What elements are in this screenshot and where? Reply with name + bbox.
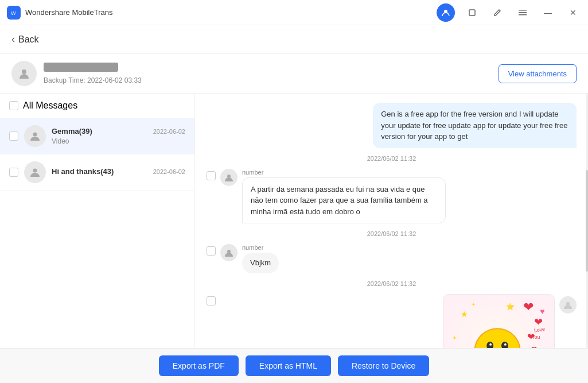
export-pdf-button[interactable]: Export as PDF	[159, 355, 239, 376]
messages-area: Gen is a free app for the free version a…	[195, 94, 588, 348]
conv-preview-gemma: Video	[52, 137, 185, 145]
conversation-item-hi-thanks[interactable]: Hi and thanks(43) 2022-06-02	[0, 154, 194, 191]
profile-backup-time: Backup Time: 2022-06-02 03:33	[44, 76, 499, 84]
sticker-image: ❤ ❤ ❤ ♥ ❤ I Love You ★	[443, 294, 555, 349]
all-messages-checkbox[interactable]	[9, 101, 18, 110]
restore-device-button[interactable]: Restore to Device	[338, 355, 429, 376]
msg-checkbox-image[interactable]	[207, 296, 216, 305]
msg-checkbox-incoming-2[interactable]	[207, 246, 216, 256]
view-attachments-button[interactable]: View attachments	[499, 64, 577, 83]
scrollbar-thumb[interactable]	[586, 170, 588, 272]
conv-info-gemma: Gemma(39) 2022-06-02 Video	[52, 127, 185, 145]
svg-point-29	[489, 343, 492, 345]
account-button[interactable]	[437, 3, 455, 22]
app-icon: W	[7, 6, 21, 20]
msg-bubble-incoming-1: A partir da semana passada eu fui na sua…	[242, 177, 446, 224]
body-layout: All Messages Gemma(39) 2022-06-02 Video	[0, 94, 588, 348]
msg-avatar-incoming-1	[220, 169, 237, 186]
right-panel: Gen is a free app for the free version a…	[195, 94, 588, 348]
conv-name-gemma: Gemma(39)	[52, 127, 92, 136]
message-row-image: ❤ ❤ ❤ ♥ ❤ I Love You ★	[207, 294, 577, 349]
msg-avatar-image	[559, 296, 577, 314]
edit-button[interactable]	[489, 5, 505, 21]
left-panel: All Messages Gemma(39) 2022-06-02 Video	[0, 94, 195, 348]
svg-point-9	[33, 169, 37, 173]
msg-checkbox-incoming-1[interactable]	[207, 171, 216, 180]
svg-text:✦: ✦	[452, 334, 457, 341]
conversation-list: Gemma(39) 2022-06-02 Video Hi and than	[0, 118, 194, 348]
message-row-incoming-2: number Vbjkm	[207, 244, 577, 273]
message-row-incoming-1: number A partir da semana passada eu fui…	[207, 169, 577, 224]
message-row-outgoing-1: Gen is a free app for the free version a…	[207, 103, 577, 148]
close-button[interactable]: ✕	[565, 5, 581, 21]
profile-section: Backup Time: 2022-06-02 03:33 View attac…	[0, 54, 588, 94]
scrollbar[interactable]	[586, 94, 588, 348]
msg-bubble-outgoing-1: Gen is a free app for the free version a…	[373, 103, 577, 148]
all-messages-label: All Messages	[23, 100, 77, 111]
msg-sender-incoming-2: number	[242, 244, 279, 251]
message-timestamp-2: 2022/06/02 11:32	[207, 230, 577, 237]
msg-content-outgoing-1: Gen is a free app for the free version a…	[373, 103, 577, 148]
profile-avatar	[11, 61, 37, 86]
msg-content-incoming-1: number A partir da semana passada eu fui…	[242, 169, 446, 224]
footer-bar: Export as PDF Export as HTML Restore to …	[0, 348, 588, 383]
back-arrow-icon: ‹	[11, 33, 15, 45]
title-bar: W Wondershare MobileTrans — ✕	[0, 0, 588, 25]
conv-avatar-gemma	[24, 125, 46, 147]
conv-name-row-gemma: Gemma(39) 2022-06-02	[52, 127, 185, 136]
message-timestamp-1: 2022/06/02 11:32	[207, 155, 577, 162]
svg-text:❤: ❤	[523, 300, 534, 314]
export-html-button[interactable]: Export as HTML	[246, 355, 331, 376]
msg-sender-incoming-1: number	[242, 169, 446, 176]
svg-text:W: W	[11, 10, 16, 16]
svg-text:♥: ♥	[512, 346, 519, 348]
conv-avatar-hi-thanks	[24, 161, 46, 183]
conv-checkbox-hi-thanks[interactable]	[9, 168, 18, 177]
window-button[interactable]	[464, 5, 480, 21]
conv-name-hi-thanks: Hi and thanks(43)	[52, 167, 114, 176]
profile-name	[44, 63, 118, 72]
all-messages-row: All Messages	[0, 94, 194, 118]
main-content: ‹ Back Backup Time: 2022-06-02 03:33 Vie…	[0, 25, 588, 383]
menu-button[interactable]	[515, 5, 531, 21]
svg-text:♥: ♥	[540, 307, 544, 316]
svg-point-30	[504, 343, 507, 345]
svg-rect-6	[519, 14, 527, 16]
svg-rect-3	[469, 10, 475, 16]
svg-text:★: ★	[461, 310, 468, 319]
msg-avatar-incoming-2	[220, 244, 237, 261]
svg-text:I: I	[539, 318, 540, 324]
svg-text:❤: ❤	[531, 345, 537, 348]
header-bar: ‹ Back	[0, 25, 588, 54]
conv-checkbox-gemma[interactable]	[9, 131, 18, 141]
conv-date-hi-thanks: 2022-06-02	[153, 168, 185, 175]
svg-rect-5	[519, 12, 527, 13]
msg-bubble-incoming-2: Vbjkm	[242, 253, 279, 273]
minimize-button[interactable]: —	[540, 5, 556, 21]
back-button[interactable]: ‹ Back	[11, 33, 39, 45]
svg-rect-4	[519, 10, 527, 11]
app-title: Wondershare MobileTrans	[25, 8, 437, 17]
svg-text:You: You	[531, 334, 540, 339]
svg-point-8	[33, 133, 37, 137]
title-controls: — ✕	[437, 3, 581, 22]
svg-text:⭐: ⭐	[506, 302, 515, 310]
svg-text:✦: ✦	[472, 301, 476, 307]
svg-point-7	[22, 69, 26, 74]
back-label: Back	[18, 34, 39, 45]
message-timestamp-3: 2022/06/02 11:32	[207, 280, 577, 287]
conversation-item-gemma[interactable]: Gemma(39) 2022-06-02 Video	[0, 118, 194, 154]
conv-info-hi-thanks: Hi and thanks(43) 2022-06-02	[52, 167, 185, 177]
conv-date-gemma: 2022-06-02	[153, 128, 185, 135]
msg-content-incoming-2: number Vbjkm	[242, 244, 279, 273]
conv-name-row-hi-thanks: Hi and thanks(43) 2022-06-02	[52, 167, 185, 176]
profile-info: Backup Time: 2022-06-02 03:33	[44, 63, 499, 84]
